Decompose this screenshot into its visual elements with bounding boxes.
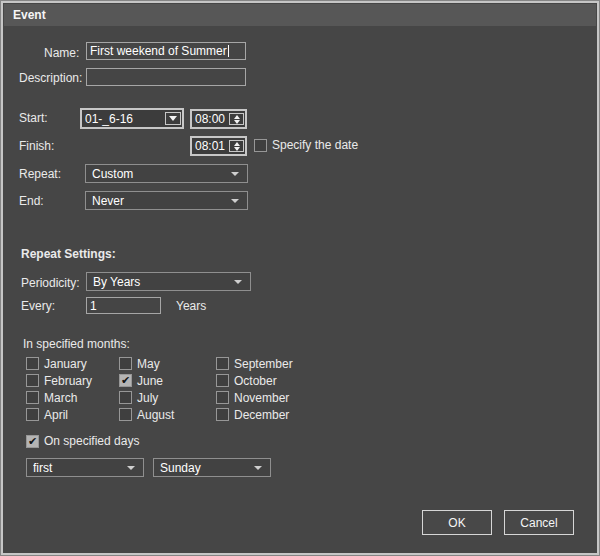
start-date-value: 01-_6-16 — [85, 112, 165, 126]
month-label: June — [137, 374, 163, 388]
month-label: October — [234, 374, 277, 388]
month-row-october: ✔ October — [216, 372, 293, 389]
month-label: July — [137, 391, 158, 405]
periodicity-label: Periodicity: — [21, 277, 80, 290]
finish-label: Finish: — [19, 140, 54, 153]
finish-time-spinner[interactable]: 08:01 — [190, 136, 247, 156]
chevron-down-icon — [254, 466, 262, 470]
checkbox-april[interactable]: ✔ — [26, 408, 39, 421]
start-date-dropdown-button[interactable] — [165, 112, 181, 125]
spin-down-button[interactable] — [230, 119, 243, 124]
month-row-march: ✔ March — [26, 389, 92, 406]
name-input-value: First weekend of Summer — [90, 44, 227, 58]
checkbox-august[interactable]: ✔ — [119, 408, 132, 421]
months-column-2: ✔ May ✔ June ✔ July ✔ August — [119, 355, 174, 423]
month-label: May — [137, 357, 160, 371]
specify-date-checkbox[interactable]: ✔ — [254, 139, 267, 152]
checkbox-march[interactable]: ✔ — [26, 391, 39, 404]
checkbox-october[interactable]: ✔ — [216, 374, 229, 387]
month-row-november: ✔ November — [216, 389, 293, 406]
start-date-combobox[interactable]: 01-_6-16 — [80, 108, 184, 129]
month-row-april: ✔ April — [26, 406, 92, 423]
month-label: March — [44, 391, 77, 405]
chevron-down-icon — [169, 116, 177, 121]
dialog-title: Event — [13, 8, 46, 22]
periodicity-combobox[interactable]: By Years — [86, 272, 251, 291]
month-label: December — [234, 408, 289, 422]
on-specified-days-label: On specified days — [44, 434, 139, 448]
month-row-july: ✔ July — [119, 389, 174, 406]
month-label: April — [44, 408, 68, 422]
ok-button[interactable]: OK — [422, 510, 492, 535]
checkbox-july[interactable]: ✔ — [119, 391, 132, 404]
chevron-down-icon — [234, 280, 242, 284]
month-label: August — [137, 408, 174, 422]
arrow-up-icon — [234, 142, 240, 146]
start-label: Start: — [19, 112, 48, 125]
dialog-titlebar[interactable]: Event — [4, 4, 596, 26]
month-row-may: ✔ May — [119, 355, 174, 372]
finish-time-value: 08:01 — [195, 139, 229, 153]
month-label: January — [44, 357, 87, 371]
chevron-down-icon — [127, 466, 135, 470]
cancel-button[interactable]: Cancel — [504, 510, 574, 535]
checkbox-may[interactable]: ✔ — [119, 357, 132, 370]
repeat-combobox[interactable]: Custom — [85, 164, 248, 183]
arrow-down-icon — [234, 147, 240, 151]
arrow-down-icon — [234, 120, 240, 124]
months-column-3: ✔ September ✔ October ✔ November ✔ Decem… — [216, 355, 293, 423]
every-unit-label: Years — [176, 300, 206, 313]
day-ordinal-combobox[interactable]: first — [26, 458, 144, 477]
chevron-down-icon — [231, 172, 239, 176]
every-input[interactable]: 1 — [86, 297, 161, 314]
finish-time-spin-buttons[interactable] — [229, 140, 244, 152]
name-label: Name: — [44, 47, 79, 60]
arrow-up-icon — [234, 115, 240, 119]
event-dialog: Event Name: First weekend of Summer Desc… — [0, 0, 600, 556]
every-input-value: 1 — [90, 299, 97, 313]
repeat-value: Custom — [92, 167, 231, 181]
end-combobox[interactable]: Never — [85, 191, 248, 210]
month-label: February — [44, 374, 92, 388]
repeat-settings-heading: Repeat Settings: — [21, 248, 116, 261]
month-row-september: ✔ September — [216, 355, 293, 372]
checkbox-november[interactable]: ✔ — [216, 391, 229, 404]
on-specified-days-checkbox[interactable]: ✔ — [26, 435, 39, 448]
name-input[interactable]: First weekend of Summer — [86, 42, 246, 60]
checkbox-september[interactable]: ✔ — [216, 357, 229, 370]
every-label: Every: — [21, 300, 55, 313]
months-heading: In specified months: — [23, 338, 130, 351]
specify-date-label: Specify the date — [272, 138, 358, 152]
chevron-down-icon — [231, 199, 239, 203]
checkbox-december[interactable]: ✔ — [216, 408, 229, 421]
spin-down-button[interactable] — [230, 146, 243, 151]
periodicity-value: By Years — [93, 275, 234, 289]
start-time-spinner[interactable]: 08:00 — [190, 109, 247, 129]
day-name-value: Sunday — [160, 461, 254, 475]
day-name-combobox[interactable]: Sunday — [153, 458, 271, 477]
text-caret — [228, 45, 229, 57]
checkbox-june[interactable]: ✔ — [119, 374, 132, 387]
month-row-february: ✔ February — [26, 372, 92, 389]
month-row-january: ✔ January — [26, 355, 92, 372]
description-input[interactable] — [86, 68, 246, 86]
month-label: September — [234, 357, 293, 371]
description-label: Description: — [19, 72, 82, 85]
repeat-label: Repeat: — [19, 168, 61, 181]
month-row-august: ✔ August — [119, 406, 174, 423]
month-row-june: ✔ June — [119, 372, 174, 389]
months-column-1: ✔ January ✔ February ✔ March ✔ April — [26, 355, 92, 423]
start-time-value: 08:00 — [195, 112, 229, 126]
on-specified-days-row: ✔ On specified days — [26, 434, 139, 448]
checkbox-february[interactable]: ✔ — [26, 374, 39, 387]
start-time-spin-buttons[interactable] — [229, 113, 244, 125]
specify-date-row: ✔ Specify the date — [254, 138, 358, 152]
day-ordinal-value: first — [33, 461, 127, 475]
month-row-december: ✔ December — [216, 406, 293, 423]
month-label: November — [234, 391, 289, 405]
end-value: Never — [92, 194, 231, 208]
end-label: End: — [19, 195, 44, 208]
checkbox-january[interactable]: ✔ — [26, 357, 39, 370]
